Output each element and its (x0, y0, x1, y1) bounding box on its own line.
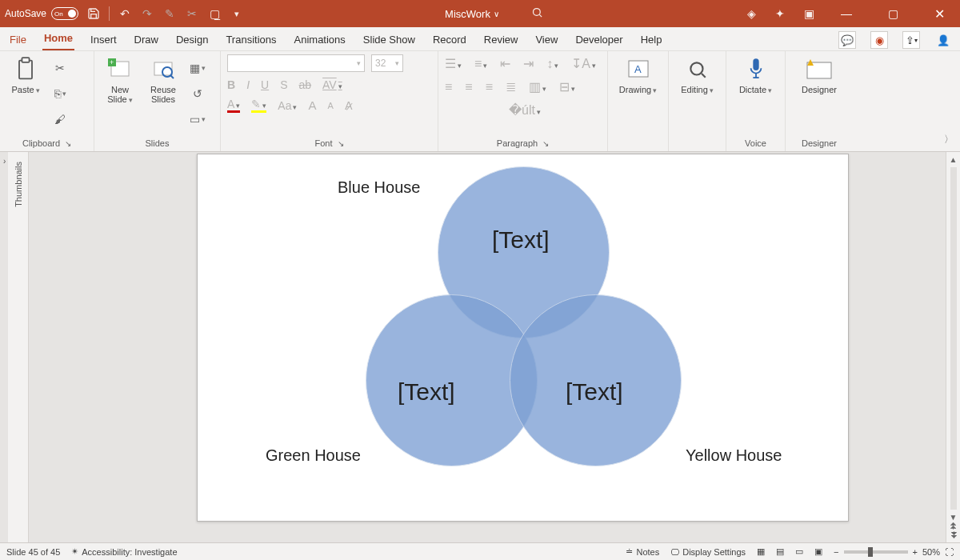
bold-button[interactable]: B (227, 78, 235, 91)
tab-animations[interactable]: Animations (293, 29, 347, 50)
justify-icon[interactable]: ≣ (506, 79, 516, 94)
italic-button[interactable]: I (246, 78, 250, 91)
char-spacing-button[interactable]: AV (322, 78, 342, 91)
clear-format-button[interactable]: A̷ (345, 99, 353, 112)
line-spacing-icon[interactable]: ↕ (546, 57, 558, 71)
comments-icon[interactable]: 💬 (838, 31, 856, 49)
qat-overflow-icon[interactable]: ▾ (230, 6, 244, 21)
strike-button[interactable]: ab (298, 78, 311, 91)
record-icon[interactable]: ◉ (870, 31, 888, 49)
tab-home[interactable]: Home (42, 27, 74, 50)
tab-file[interactable]: File (8, 29, 28, 50)
save-icon[interactable] (86, 6, 101, 21)
display-settings-button[interactable]: 🖵 Display Settings (670, 547, 746, 557)
undo-icon[interactable]: ↶ (118, 6, 132, 21)
view-normal-icon[interactable]: ▦ (757, 546, 765, 557)
venn-label-right[interactable]: Yellow House (686, 446, 782, 465)
view-slideshow-icon[interactable]: ▣ (814, 546, 822, 557)
tab-view[interactable]: View (534, 29, 559, 50)
align-text-icon[interactable]: ⊟ (559, 79, 575, 94)
shadow-button[interactable]: S (280, 78, 287, 91)
font-family-input[interactable]: ▾ (227, 54, 365, 72)
document-title[interactable]: MiscWork∨ (445, 8, 499, 20)
format-painter-icon[interactable]: 🖌 (50, 109, 70, 130)
redo-icon[interactable]: ↷ (140, 6, 154, 21)
tab-help[interactable]: Help (639, 29, 664, 50)
diamond-icon[interactable]: ◈ (744, 6, 758, 21)
zoom-in-icon[interactable]: + (913, 547, 918, 557)
scroll-track[interactable] (950, 167, 957, 510)
tab-design[interactable]: Design (174, 29, 210, 50)
layout-icon[interactable]: ▦ (187, 58, 208, 78)
zoom-slider[interactable] (844, 550, 908, 554)
sparkle-icon[interactable]: ✦ (773, 6, 787, 21)
tab-draw[interactable]: Draw (133, 29, 160, 50)
indent-dec-icon[interactable]: ⇤ (500, 56, 510, 71)
prev-slide-icon[interactable]: ⯭ (950, 522, 958, 530)
venn-text-right[interactable]: [Text] (566, 378, 623, 406)
numbering-icon[interactable]: ≡ (474, 57, 487, 71)
scroll-down-icon[interactable]: ▼ (950, 513, 958, 522)
account-icon[interactable]: 👤 (934, 31, 952, 49)
zoom-out-icon[interactable]: − (834, 547, 838, 557)
quick-tool-2-icon[interactable]: ✂ (185, 6, 199, 21)
present-icon[interactable]: ▢̲ (207, 6, 222, 21)
venn-label-left[interactable]: Green House (266, 446, 361, 465)
font-color-icon[interactable]: A (227, 98, 240, 113)
slide-canvas[interactable]: Blue House Green House Yellow House [Tex… (29, 152, 960, 542)
paragraph-launcher-icon[interactable]: ↘ (542, 139, 549, 148)
view-reading-icon[interactable]: ▭ (795, 546, 803, 557)
collapse-ribbon-icon[interactable]: 〉 (944, 133, 954, 146)
font-launcher-icon[interactable]: ↘ (338, 139, 344, 148)
align-right-icon[interactable]: ≡ (486, 80, 493, 94)
search-icon[interactable] (531, 6, 543, 21)
venn-text-left[interactable]: [Text] (398, 378, 455, 406)
smartart-convert-icon[interactable]: �últ (509, 102, 541, 118)
tab-record[interactable]: Record (431, 29, 468, 50)
columns-icon[interactable]: ▥ (529, 79, 546, 94)
tab-transitions[interactable]: Transitions (224, 29, 278, 50)
minimize-button[interactable]: — (830, 0, 862, 27)
editing-button[interactable]: Editing (678, 54, 717, 94)
window-mode-icon[interactable]: ▣ (802, 6, 816, 21)
close-button[interactable]: ✕ (923, 0, 955, 27)
shrink-font-button[interactable]: A (327, 101, 333, 110)
tab-insert[interactable]: Insert (89, 29, 118, 50)
dictate-button[interactable]: Dictate (737, 54, 775, 94)
vertical-scrollbar[interactable]: ▲ ▼ ⯭ ⯯ (946, 152, 960, 542)
highlight-icon[interactable]: ✎ (251, 98, 266, 113)
reset-icon[interactable]: ↺ (187, 83, 208, 104)
thumbnail-expand-icon[interactable]: › (0, 152, 8, 166)
venn-text-top[interactable]: [Text] (492, 226, 550, 254)
paste-button[interactable]: Paste (6, 54, 45, 94)
text-direction-icon[interactable]: ↧A (571, 56, 596, 71)
share-icon[interactable]: ⇪ ▾ (902, 31, 920, 49)
view-sorter-icon[interactable]: ▤ (776, 546, 784, 557)
venn-label-top[interactable]: Blue House (338, 178, 420, 197)
change-case-button[interactable]: Aa (278, 99, 297, 112)
align-left-icon[interactable]: ≡ (445, 80, 452, 94)
tab-review[interactable]: Review (482, 29, 520, 50)
accessibility-button[interactable]: ✴ Accessibility: Investigate (71, 546, 177, 557)
zoom-level[interactable]: 50% (922, 547, 940, 557)
fit-window-icon[interactable]: ⛶ (945, 547, 954, 557)
tab-slideshow[interactable]: Slide Show (362, 29, 417, 50)
quick-tool-1-icon[interactable]: ✎ (162, 6, 177, 21)
new-slide-button[interactable]: + New Slide (101, 54, 139, 104)
clipboard-launcher-icon[interactable]: ↘ (65, 139, 71, 148)
section-icon[interactable]: ▭ (187, 109, 208, 130)
indent-inc-icon[interactable]: ⇥ (523, 56, 534, 71)
bullets-icon[interactable]: ☰ (445, 56, 462, 71)
reuse-slides-button[interactable]: Reuse Slides (144, 54, 182, 104)
grow-font-button[interactable]: A (308, 98, 316, 112)
scroll-up-icon[interactable]: ▲ (950, 155, 958, 164)
next-slide-icon[interactable]: ⯯ (950, 530, 958, 539)
maximize-button[interactable]: ▢ (877, 0, 909, 27)
designer-button[interactable]: Designer (795, 54, 843, 94)
slide[interactable]: Blue House Green House Yellow House [Tex… (197, 154, 849, 522)
font-size-input[interactable]: 32▾ (371, 54, 403, 72)
copy-icon[interactable]: ⎘ (50, 83, 70, 104)
underline-button[interactable]: U (261, 78, 269, 91)
align-center-icon[interactable]: ≡ (465, 80, 472, 94)
thumbnails-panel[interactable]: Thumbnails (8, 152, 29, 542)
